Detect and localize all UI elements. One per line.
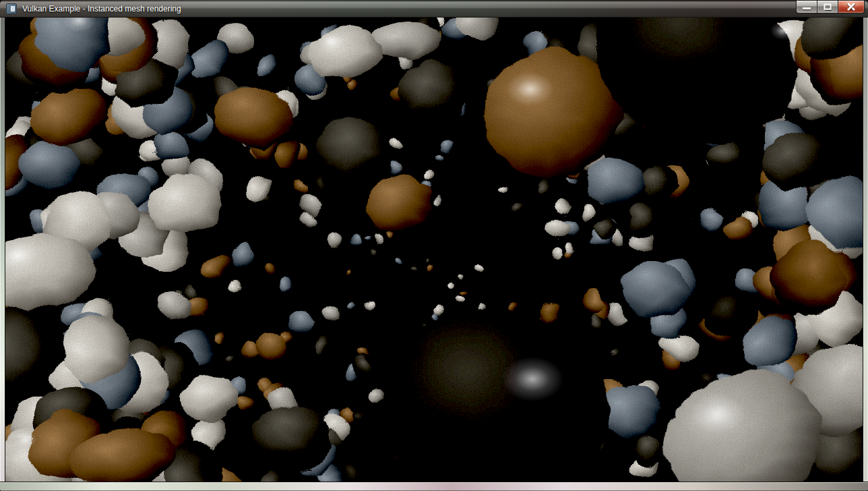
minimize-button[interactable] (796, 1, 817, 13)
window-border-right[interactable] (863, 18, 868, 491)
app-window: Vulkan Example - Instanced mesh renderin… (0, 0, 868, 491)
maximize-icon (824, 4, 832, 10)
maximize-button[interactable] (817, 1, 838, 13)
window-border-left[interactable] (0, 18, 5, 491)
close-button[interactable] (838, 1, 865, 13)
close-icon (846, 1, 857, 12)
window-border-bottom[interactable] (0, 482, 868, 491)
render-area[interactable] (5, 18, 863, 482)
window-title: Vulkan Example - Instanced mesh renderin… (22, 4, 181, 13)
window-controls (796, 1, 865, 13)
titlebar[interactable]: Vulkan Example - Instanced mesh renderin… (0, 0, 868, 18)
render-viewport[interactable] (5, 18, 863, 482)
app-icon[interactable] (6, 3, 17, 14)
app-icon-glyph (11, 6, 15, 11)
minimize-icon (803, 7, 811, 9)
